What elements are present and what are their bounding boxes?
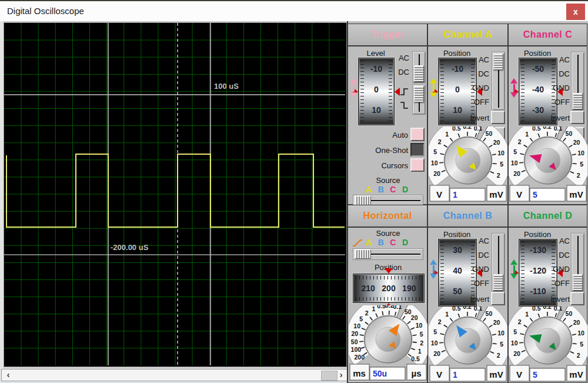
channel-b-ac-label: AC (461, 237, 489, 245)
svg-text:2: 2 (497, 172, 500, 179)
svg-text:5: 5 (500, 161, 503, 168)
trigger-edge-switch[interactable] (412, 84, 426, 115)
cursor-time-label-top: 100 uS (214, 82, 239, 91)
svg-text:mV: mV (489, 369, 503, 379)
channel-c-title: Channel C (523, 29, 573, 40)
scope-display: 100 uS-200.00 uS (4, 22, 347, 367)
horizontal-source-slider[interactable] (353, 248, 423, 260)
switch-thumb[interactable] (573, 274, 583, 291)
channel-d-invert-button[interactable] (570, 292, 584, 305)
svg-text:20: 20 (513, 170, 520, 177)
trigger-title: Trigger (370, 29, 405, 40)
channel-a-coupling-switch[interactable] (492, 52, 505, 111)
channel-c-nudge-arrows[interactable] (510, 78, 517, 98)
ramp-source-icon (352, 238, 364, 248)
horizontal-position-dial[interactable]: 210200190 (353, 274, 425, 303)
channel-d-nudge-arrows[interactable] (510, 259, 517, 279)
channel-b-title: Channel B (443, 211, 493, 221)
scrollbar-thumb[interactable] (321, 371, 338, 381)
slider-thumb[interactable] (355, 249, 371, 259)
channel-d-ac-label: AC (542, 237, 570, 245)
channel-a-volts-knob[interactable]: 20105210.50.20.150201052VmV1 (429, 126, 507, 203)
channel-d-title: Channel D (523, 211, 573, 221)
svg-text:0.1: 0.1 (474, 307, 483, 312)
trigger-panel-header: Trigger (348, 24, 427, 46)
channel-a-nudge-arrows[interactable] (430, 78, 437, 98)
channel-d-volts-knob[interactable]: 20105210.50.20.150201052VmV5 (509, 307, 587, 383)
svg-text:50: 50 (566, 310, 573, 317)
trigger-dc-label: DC (383, 68, 409, 76)
svg-text:2: 2 (577, 352, 580, 359)
rising-edge-icon (399, 87, 409, 96)
scroll-right-arrow-icon[interactable]: › (336, 369, 346, 381)
svg-text:V: V (436, 369, 442, 379)
svg-text:0.5: 0.5 (452, 307, 461, 312)
svg-text:1: 1 (418, 348, 422, 355)
svg-text:100: 100 (351, 346, 362, 353)
svg-text:0.5: 0.5 (411, 355, 420, 362)
svg-text:1: 1 (453, 370, 457, 379)
svg-text:10: 10 (511, 339, 518, 347)
channel-c-coupling-switch[interactable] (571, 52, 584, 111)
trigger-oneshot-button[interactable] (410, 143, 425, 156)
trigger-cursors-label: Cursors (372, 161, 408, 170)
horizontal-scrollbar[interactable]: ‹ › (1, 369, 348, 381)
channel-b-invert-button[interactable] (491, 292, 505, 305)
trigger-coupling-switch[interactable] (412, 51, 426, 83)
switch-thumb[interactable] (414, 65, 424, 82)
dial-value: 190 (402, 284, 416, 293)
channel-c-invert-label: Invert (537, 114, 570, 122)
switch-thumb[interactable] (493, 274, 503, 291)
svg-text:5: 5 (580, 341, 583, 348)
svg-text:20: 20 (573, 139, 580, 146)
channel-a-invert-button[interactable] (491, 111, 505, 124)
channel-b-nudge-arrows[interactable] (430, 259, 437, 279)
dial-value: 10 (359, 105, 394, 115)
channel-b-volts-knob[interactable]: 20105210.50.20.150201052VmV1 (429, 307, 507, 383)
channel-a-title: Channel A (443, 29, 492, 40)
switch-thumb[interactable] (493, 54, 503, 70)
svg-text:1: 1 (525, 311, 529, 318)
trigger-auto-button[interactable] (410, 128, 425, 141)
close-button[interactable]: x (566, 4, 585, 20)
svg-text:5: 5 (580, 161, 583, 168)
trigger-auto-label: Auto (372, 131, 408, 139)
trigger-cursors-button[interactable] (410, 158, 425, 172)
svg-text:0.2: 0.2 (463, 307, 472, 310)
source-channel-letter: C (390, 185, 396, 194)
svg-text:20: 20 (433, 170, 440, 177)
svg-text:20: 20 (513, 350, 520, 357)
window-title: Digital Oscilloscope (7, 6, 84, 16)
svg-text:2: 2 (420, 339, 423, 347)
svg-text:V: V (516, 369, 522, 379)
channel-b-off-label: OFF (461, 279, 489, 288)
svg-text:2: 2 (577, 172, 580, 179)
svg-text:mV: mV (569, 189, 583, 199)
channel-d-coupling-switch[interactable] (571, 233, 584, 292)
channel-a-ac-label: AC (461, 55, 489, 64)
channel-a-panel: Channel A Position -10010 AC DC GND OFF … (427, 24, 508, 205)
svg-text:20: 20 (351, 330, 358, 337)
svg-text:5: 5 (433, 328, 437, 335)
channel-c-invert-button[interactable] (570, 111, 584, 124)
scroll-left-arrow-icon[interactable]: ‹ (3, 369, 14, 381)
trigger-level-nudge-arrows[interactable] (350, 78, 357, 98)
svg-text:20: 20 (411, 314, 418, 321)
channel-c-volts-knob[interactable]: 20105210.50.20.150201052VmV5 (509, 126, 587, 203)
svg-text:10: 10 (577, 149, 584, 156)
slider-thumb[interactable] (355, 196, 371, 205)
switch-thumb[interactable] (414, 86, 424, 102)
channel-c-gnd-label: GND (542, 84, 570, 92)
source-channel-letter: D (402, 238, 408, 247)
switch-thumb[interactable] (573, 93, 583, 109)
source-channel-letter: D (402, 185, 408, 194)
horizontal-panel: Horizontal Source ABCD Position 21020019… (348, 205, 427, 383)
svg-text:20: 20 (573, 319, 580, 326)
channel-b-coupling-switch[interactable] (492, 233, 505, 292)
dial-value: 200 (382, 284, 395, 293)
timebase-knob[interactable]: 2001005020105210.50.20.15020105210.5msµs… (349, 305, 427, 382)
svg-text:5: 5 (433, 148, 437, 155)
channel-a-gnd-label: GND (461, 84, 489, 92)
channel-c-panel: Channel C Position -50-40-30 AC DC GND O… (508, 24, 587, 205)
svg-text:1: 1 (453, 190, 457, 199)
